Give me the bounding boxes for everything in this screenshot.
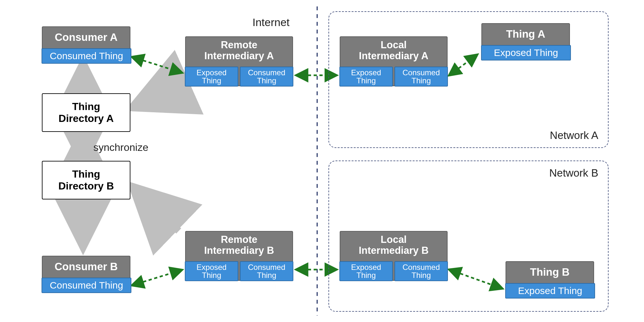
remote-intermediary-b-title: Remote Intermediary B (186, 232, 292, 256)
local-intermediary-a-title: Local Intermediary A (340, 37, 447, 61)
thing-b-title: Thing B (506, 262, 593, 278)
thing-directory-a-box: Thing Directory A (42, 93, 130, 132)
thing-b-exposed-chip: Exposed Thing (505, 283, 595, 299)
network-b-label: Network B (549, 167, 598, 179)
thing-b-box: Thing B Exposed Thing (506, 261, 594, 298)
link-consumer-b-remote-b (132, 270, 182, 285)
local-intermediary-a-box: Local Intermediary A Exposed Thing Consu… (340, 36, 448, 86)
local-a-consumed-chip: Consumed Thing (394, 67, 448, 87)
consumer-b-box: Consumer B Consumed Thing (42, 256, 130, 293)
thing-directory-b-box: Thing Directory B (42, 161, 130, 199)
local-intermediary-b-title: Local Intermediary B (340, 232, 447, 256)
local-b-consumed-chip: Consumed Thing (394, 261, 448, 281)
diagram-stage: Internet synchronize Network A Network B… (0, 0, 644, 322)
synchronize-label: synchronize (93, 142, 148, 153)
remote-a-consumed-chip: Consumed Thing (240, 67, 293, 87)
network-a-label: Network A (550, 129, 598, 142)
thing-a-box: Thing A Exposed Thing (481, 23, 570, 60)
link-consumer-a-remote-a (132, 57, 182, 73)
local-a-exposed-chip: Exposed Thing (339, 67, 393, 87)
remote-intermediary-b-box: Remote Intermediary B Exposed Thing Cons… (185, 231, 293, 281)
consumer-b-title: Consumer B (43, 256, 130, 272)
internet-label: Internet (252, 16, 289, 29)
remote-b-consumed-chip: Consumed Thing (240, 261, 293, 281)
consumer-a-title: Consumer A (43, 27, 130, 43)
local-b-exposed-chip: Exposed Thing (339, 261, 393, 281)
consumer-a-box: Consumer A Consumed Thing (42, 26, 130, 63)
arrow-remote-a-to-dir-a (135, 87, 179, 106)
remote-a-exposed-chip: Exposed Thing (185, 67, 238, 87)
local-intermediary-b-box: Local Intermediary B Exposed Thing Consu… (340, 231, 448, 281)
consumer-a-consumed-chip: Consumed Thing (42, 48, 131, 64)
arrow-remote-b-to-dir-b (135, 189, 179, 231)
remote-b-exposed-chip: Exposed Thing (185, 261, 238, 281)
remote-intermediary-a-box: Remote Intermediary A Exposed Thing Cons… (185, 36, 293, 86)
thing-a-exposed-chip: Exposed Thing (481, 45, 571, 60)
thing-a-title: Thing A (482, 24, 569, 40)
consumer-b-consumed-chip: Consumed Thing (42, 278, 131, 293)
remote-intermediary-a-title: Remote Intermediary A (186, 37, 292, 61)
